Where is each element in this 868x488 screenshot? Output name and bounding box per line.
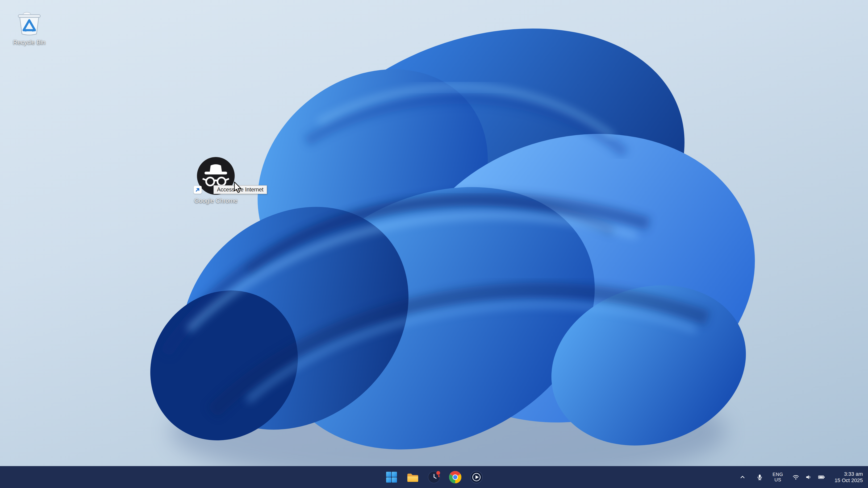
windows-start-icon bbox=[385, 471, 398, 483]
system-tray: ENG US bbox=[738, 466, 863, 488]
file-explorer-button[interactable] bbox=[405, 469, 420, 485]
notification-badge bbox=[436, 470, 441, 475]
tray-chevron-button[interactable] bbox=[738, 473, 747, 482]
wallpaper-bloom bbox=[0, 0, 868, 488]
desktop-icon-recycle-bin[interactable]: Recycle Bin bbox=[3, 6, 55, 46]
tray-date: 15 Oct 2025 bbox=[835, 477, 863, 484]
wifi-icon bbox=[792, 474, 800, 481]
microphone-icon bbox=[756, 474, 764, 481]
battery-icon bbox=[817, 474, 826, 481]
chrome-button[interactable] bbox=[448, 469, 463, 485]
chrome-shortcut-label: Google Chrome bbox=[194, 197, 238, 204]
start-button[interactable] bbox=[384, 469, 399, 485]
taskbar: ENG US bbox=[0, 466, 868, 488]
battery-button[interactable] bbox=[816, 473, 827, 482]
chrome-icon bbox=[448, 470, 462, 484]
language-indicator[interactable]: ENG US bbox=[772, 472, 783, 483]
mouse-cursor bbox=[234, 182, 244, 194]
volume-icon bbox=[805, 474, 812, 481]
language-code: ENG bbox=[772, 472, 783, 477]
recycle-bin-label: Recycle Bin bbox=[13, 39, 45, 46]
recycle-bin-icon bbox=[14, 6, 44, 37]
media-player-button[interactable] bbox=[469, 469, 484, 485]
desktop-icon-google-chrome[interactable]: Google Chrome bbox=[190, 157, 242, 204]
language-region: US bbox=[772, 477, 783, 483]
volume-button[interactable] bbox=[804, 473, 813, 482]
clock-app-button[interactable] bbox=[427, 469, 441, 485]
taskbar-center bbox=[384, 466, 484, 488]
tray-time: 3:33 am bbox=[835, 471, 863, 477]
clock[interactable]: 3:33 am 15 Oct 2025 bbox=[835, 471, 863, 484]
quick-settings-cluster[interactable] bbox=[791, 473, 827, 482]
shortcut-arrow-icon bbox=[194, 186, 202, 194]
microphone-button[interactable] bbox=[755, 473, 765, 482]
chevron-up-icon bbox=[739, 474, 746, 481]
wifi-button[interactable] bbox=[791, 473, 801, 482]
media-player-icon bbox=[470, 470, 483, 484]
file-explorer-icon bbox=[406, 470, 420, 484]
